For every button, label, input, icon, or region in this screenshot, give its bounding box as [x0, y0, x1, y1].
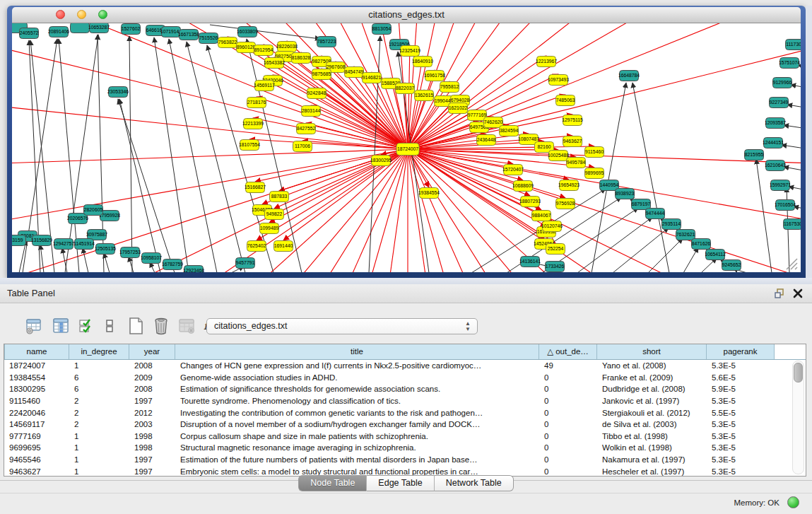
graph-node[interactable]: 1691440: [274, 241, 293, 252]
graph-node[interactable]: 16210643: [765, 160, 786, 171]
graph-node[interactable]: 8454749: [345, 67, 364, 78]
graph-node[interactable]: 15166827: [245, 182, 266, 193]
table-settings-button[interactable]: [24, 316, 44, 336]
graph-node[interactable]: 1167530: [784, 219, 801, 230]
vertical-scrollbar[interactable]: [792, 361, 804, 474]
graph-node[interactable]: 12975115: [562, 115, 583, 126]
resize-grip-icon[interactable]: [787, 259, 797, 269]
graph-node[interactable]: 16671358: [178, 30, 199, 40]
table-row[interactable]: 2242004622012Investigating the contribut…: [4, 407, 806, 419]
graph-node[interactable]: 8813054: [372, 24, 392, 35]
graph-node[interactable]: 3824594: [500, 126, 519, 136]
graph-node[interactable]: 12444151: [763, 138, 784, 148]
graph-node[interactable]: 10025488: [548, 151, 569, 161]
graph-node[interactable]: [71, 23, 90, 33]
column-header-title[interactable]: title: [175, 344, 539, 359]
graph-node[interactable]: 12093587: [765, 118, 786, 129]
graph-node[interactable]: 2436448: [477, 135, 496, 146]
graph-node[interactable]: 9242848: [307, 88, 326, 99]
graph-node[interactable]: 13156829: [31, 235, 52, 246]
graph-node[interactable]: 9899695: [585, 168, 604, 179]
graph-node[interactable]: 1117305: [786, 40, 801, 50]
graph-node[interactable]: 949822: [265, 209, 284, 220]
graph-node[interactable]: 7857223: [317, 37, 336, 47]
graph-node[interactable]: 9227349: [770, 98, 789, 108]
table-row[interactable]: 1830029562008Estimation of significance …: [4, 383, 806, 395]
graph-node[interactable]: 19654923: [558, 180, 579, 191]
graph-node[interactable]: 12325419: [399, 46, 420, 57]
graph-node[interactable]: 2820605: [84, 205, 103, 216]
graph-node[interactable]: 12923468: [183, 266, 204, 273]
graph-node[interactable]: 8912954: [254, 45, 273, 56]
float-panel-icon[interactable]: [774, 288, 785, 299]
graph-node[interactable]: 2405572: [20, 28, 39, 39]
graph-node[interactable]: 18807293: [519, 197, 541, 207]
graph-node[interactable]: 7625402: [247, 241, 266, 252]
graph-node[interactable]: 14569117: [254, 81, 275, 91]
graph-node[interactable]: 12505135: [95, 244, 116, 255]
graph-node[interactable]: 9129966: [773, 78, 792, 88]
graph-node[interactable]: 8427552: [297, 124, 316, 134]
graph-node[interactable]: 10120746: [541, 221, 563, 232]
network-window-titlebar[interactable]: citations_edges.txt: [12, 7, 801, 23]
table-row[interactable]: 911546021997Tourette syndrome. Phenomeno…: [4, 395, 806, 407]
table-selector-dropdown[interactable]: citations_edges.txt ▲▼: [206, 318, 478, 334]
graph-node[interactable]: 23053346: [107, 87, 129, 98]
graph-node[interactable]: 2935114: [662, 219, 681, 230]
table-row[interactable]: 946554611997Estimation of the future num…: [4, 454, 806, 466]
graph-node[interactable]: 9875685: [312, 69, 331, 80]
graph-node[interactable]: 9245652: [722, 260, 741, 271]
row-height-button[interactable]: [100, 316, 119, 336]
graph-node[interactable]: 7485063: [556, 95, 575, 106]
graph-node[interactable]: 8960128: [237, 42, 256, 53]
table-row[interactable]: 977716911998Corpus callosum shape and si…: [4, 431, 806, 443]
tab-network-table[interactable]: Network Table: [435, 475, 514, 491]
graph-node[interactable]: 16648784: [618, 71, 640, 81]
graph-node[interactable]: 1527602: [122, 24, 141, 35]
graph-node[interactable]: 18724007: [396, 144, 419, 156]
graph-node[interactable]: 2803144: [302, 106, 321, 117]
graph-node[interactable]: 33159: [12, 235, 26, 246]
graph-node[interactable]: 7515526: [199, 33, 218, 44]
show-column-button[interactable]: [51, 316, 71, 336]
graph-node[interactable]: 10958107: [141, 253, 162, 264]
graph-node[interactable]: 7955812: [440, 82, 459, 93]
graph-node[interactable]: 12213399: [242, 119, 264, 129]
graph-node[interactable]: 16033809: [237, 27, 258, 37]
table-row[interactable]: 1456911722003Disruption of a novel membe…: [4, 419, 806, 431]
column-header-short[interactable]: short: [597, 344, 707, 359]
graph-node[interactable]: 19384554: [418, 188, 440, 199]
graph-node[interactable]: 9474444: [646, 209, 665, 219]
tab-node-table[interactable]: Node Table: [298, 475, 367, 491]
graph-node[interactable]: 7632621: [676, 230, 695, 240]
graph-node[interactable]: 1733426: [546, 262, 565, 272]
graph-node[interactable]: 9457791: [236, 258, 255, 269]
graph-node[interactable]: 18300295: [370, 156, 392, 166]
table-row[interactable]: 1938455462009Genome-wide association stu…: [4, 372, 806, 384]
graph-node[interactable]: 8938923: [616, 189, 635, 199]
column-header-pagerank[interactable]: pagerank: [707, 344, 775, 359]
graph-node[interactable]: 17016504: [775, 200, 796, 211]
graph-node[interactable]: 16543382: [264, 58, 285, 69]
graph-node[interactable]: 18640910: [412, 57, 433, 67]
table-row[interactable]: 969969511998Structural magnetic resonanc…: [4, 442, 806, 454]
graph-node[interactable]: 28226038: [276, 42, 298, 52]
graph-node[interactable]: 252254: [546, 244, 565, 255]
graph-node[interactable]: 8186328: [292, 53, 311, 64]
graph-node[interactable]: 10688609: [512, 181, 534, 192]
close-panel-icon[interactable]: [792, 288, 804, 299]
column-header-year[interactable]: year: [129, 344, 175, 359]
graph-node[interactable]: 2718176: [247, 98, 266, 108]
network-window[interactable]: citations_edges.txt 24055722089140610653…: [7, 6, 806, 278]
graph-node[interactable]: 16782759: [162, 259, 183, 270]
select-columns-button[interactable]: [76, 316, 96, 336]
graph-node[interactable]: 12213967: [536, 57, 557, 67]
graph-node[interactable]: 9146821: [363, 73, 382, 83]
column-header-name[interactable]: name: [4, 344, 69, 359]
graph-node[interactable]: 10653287: [88, 23, 110, 33]
graph-node[interactable]: 10654112: [705, 250, 726, 260]
graph-node[interactable]: 11451914: [73, 239, 95, 250]
graph-node[interactable]: 1621022: [449, 103, 468, 114]
graph-node[interactable]: 7963822: [218, 37, 237, 48]
graph-node[interactable]: 1362615: [415, 90, 434, 101]
